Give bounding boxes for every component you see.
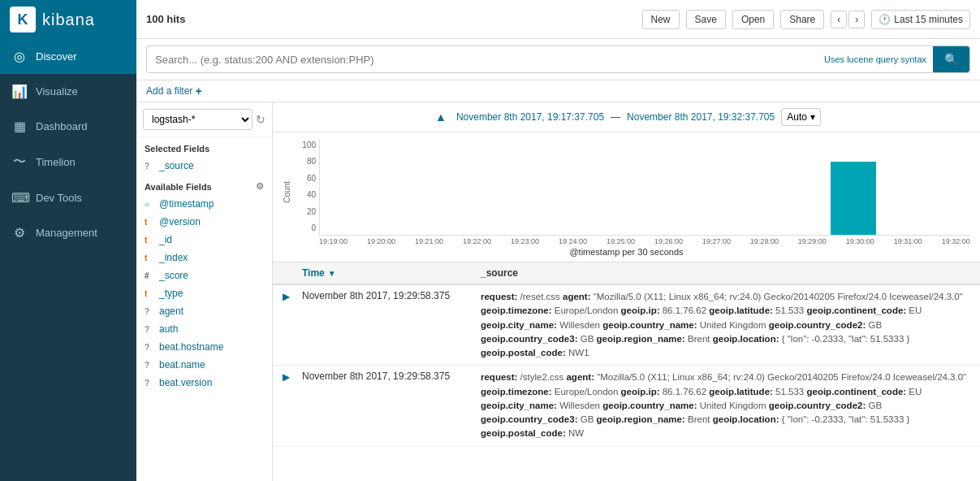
source-key: geoip.postal_code: [481,348,566,358]
col-expand [283,267,302,279]
field-type-badge: ? [145,162,154,171]
table-row-wrap: ▶ November 8th 2017, 19:29:58.375 reques… [273,285,980,366]
sidebar-item-dashboard[interactable]: ▦ Dashboard [0,109,136,144]
y-axis-label: Count [283,181,291,203]
source-key: geoip.timezone: [481,387,552,396]
field-item-type[interactable]: t _type [136,284,272,302]
field-item-beat-name[interactable]: ? beat.name [136,356,272,374]
source-key: geoip.ip: [621,306,660,315]
search-bar: Uses lucene query syntax 🔍 [136,39,980,80]
selected-fields-title: Selected Fields [136,137,272,157]
field-item-agent[interactable]: ? agent [136,302,272,320]
sidebar-item-discover[interactable]: ◎ Discover [0,39,136,74]
chart-x-labels: 19:19:00 19:20:00 19:21:00 19:22:00 19:2… [319,236,970,245]
main-area: 100 hits New Save Open Share ‹ › 🕐 Last … [136,0,980,481]
source-key: geoip.region_name: [597,334,685,344]
source-key: geoip.continent_code: [806,387,906,396]
time-filter[interactable]: 🕐 Last 15 minutes [871,10,970,29]
sidebar-item-timelion[interactable]: 〜 Timelion [0,144,136,180]
new-button[interactable]: New [642,10,680,29]
topbar: 100 hits New Save Open Share ‹ › 🕐 Last … [136,0,980,39]
field-type-badge: t [145,254,154,262]
next-time-button[interactable]: › [848,11,865,28]
sidebar-item-label: Visualize [36,85,78,98]
table-row[interactable]: ▶ November 8th 2017, 19:29:58.375 reques… [273,285,980,365]
source-key: geoip.ip: [621,387,660,396]
source-key: geoip.country_code2: [769,401,866,410]
sort-icon: ▼ [328,269,336,278]
table-row[interactable]: ▶ November 8th 2017, 19:29:58.375 reques… [273,366,980,445]
clock-icon: 🕐 [879,14,891,25]
field-name: beat.hostname [159,341,223,353]
sidebar-nav: ◎ Discover 📊 Visualize ▦ Dashboard 〜 Tim… [0,39,136,481]
x-label: 19:19:00 [319,237,348,245]
field-type-badge: ? [145,361,154,370]
collapse-chart-button[interactable]: ▲ [432,107,450,127]
expand-row-button[interactable]: ▶ [283,370,302,383]
field-item-beat-hostname[interactable]: ? beat.hostname [136,338,272,356]
right-panel: ▲ November 8th 2017, 19:17:37.705 — Nove… [273,102,980,481]
source-key: geoip.postal_code: [481,428,566,438]
search-input[interactable] [147,48,818,72]
y-label: 80 [307,157,316,166]
field-name: @timestamp [159,198,214,210]
row-time: November 8th 2017, 19:29:58.375 [302,370,481,382]
y-label: 40 [307,190,316,199]
available-fields-title: Available Fields ⚙ [136,175,272,195]
source-key: geoip.country_code3: [481,334,578,344]
field-item-source[interactable]: ? _source [136,157,272,175]
row-source: request: /style2.css agent: "Mozilla/5.0… [481,370,970,440]
source-key: geoip.country_code3: [481,414,578,424]
field-type-badge: ? [145,343,154,352]
source-key: geoip.continent_code: [806,306,906,315]
row-source: request: /reset.css agent: "Mozilla/5.0 … [481,290,970,360]
index-dropdown[interactable]: logstash-* [143,109,253,130]
field-item-auth[interactable]: ? auth [136,320,272,338]
sidebar-item-management[interactable]: ⚙ Management [0,215,136,250]
date-range-separator: — [611,111,620,123]
chart-subtitle: @timestamp per 30 seconds [283,245,970,258]
results-table: Time ▼ _source ▶ November 8th 2017, 19:2… [273,262,980,481]
fields-settings-icon[interactable]: ⚙ [256,181,264,192]
col-time-header[interactable]: Time ▼ [302,267,481,279]
logo-icon: K [10,6,36,32]
search-button[interactable]: 🔍 [933,46,969,72]
interval-dropdown[interactable]: Auto ▾ [781,108,821,126]
field-item-id[interactable]: t _id [136,231,272,249]
sidebar-item-visualize[interactable]: 📊 Visualize [0,74,136,109]
share-button[interactable]: Share [780,10,824,29]
sidebar: K kibana ◎ Discover 📊 Visualize ▦ Dashbo… [0,0,136,481]
sidebar-item-label: Dashboard [36,120,88,132]
field-item-timestamp[interactable]: ○ @timestamp [136,195,272,213]
devtools-icon: ⌨ [11,190,28,206]
field-item-version[interactable]: t @version [136,213,272,231]
sidebar-item-label: Timelion [36,156,76,168]
lucene-syntax-link[interactable]: Uses lucene query syntax [818,54,933,64]
plus-icon: + [195,84,201,98]
field-type-badge: t [145,289,154,298]
visualize-icon: 📊 [11,84,28,99]
chart-bars [319,139,970,236]
open-button[interactable]: Open [732,10,774,29]
field-item-index[interactable]: t _index [136,249,272,266]
field-name: _source [159,160,194,171]
source-key: geoip.location: [713,334,779,344]
add-filter-button[interactable]: Add a filter + [146,84,202,98]
expand-row-button[interactable]: ▶ [283,290,302,302]
field-type-badge: t [145,236,154,245]
row-time: November 8th 2017, 19:29:58.375 [302,290,481,301]
source-key: geoip.latitude: [709,387,773,396]
field-item-beat-version[interactable]: ? beat.version [136,374,272,392]
prev-time-button[interactable]: ‹ [831,11,847,28]
field-item-score[interactable]: # _score [136,266,272,284]
refresh-icon[interactable]: ↻ [256,113,266,126]
chart-container: Count 100 80 60 40 20 0 [283,139,970,245]
field-name: beat.name [159,359,205,370]
sidebar-item-devtools[interactable]: ⌨ Dev Tools [0,180,136,215]
field-type-badge: t [145,218,154,227]
save-button[interactable]: Save [686,10,726,29]
management-icon: ⚙ [11,225,28,240]
filter-bar: Add a filter + [136,80,980,102]
date-range-end: November 8th 2017, 19:32:37.705 [627,111,775,123]
field-type-badge: ? [145,325,154,334]
